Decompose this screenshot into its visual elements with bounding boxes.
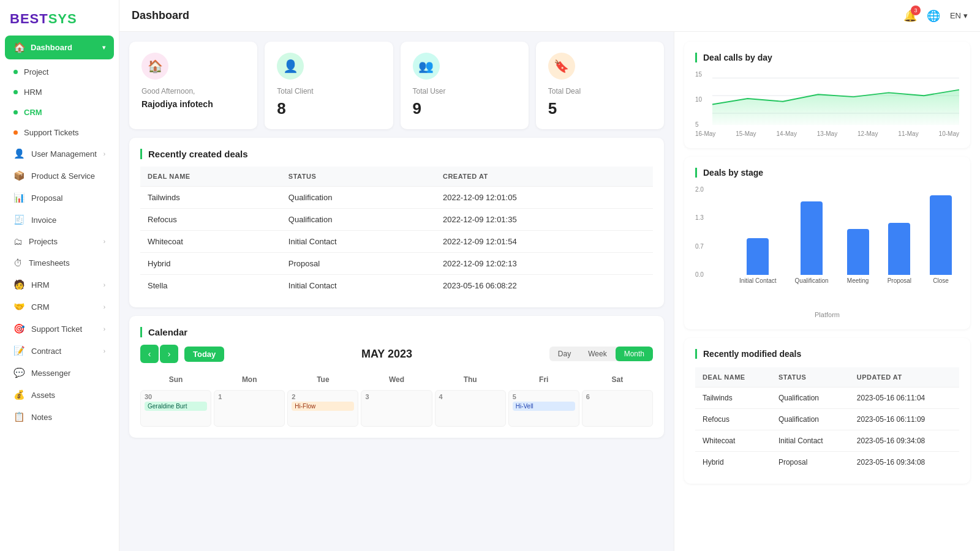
table-row: Refocus Qualification 2022-12-09 12:01:3… [140, 209, 653, 231]
created-at-cell: 2022-12-09 12:01:05 [435, 187, 653, 209]
deal-name-cell: Tailwinds [140, 187, 281, 209]
total-client-label: Total Client [277, 87, 380, 96]
recently-created-deals-table: DEAL NAME STATUS CREATED AT Tailwinds Qu… [140, 167, 653, 296]
bar-meeting: Meeting [847, 229, 869, 284]
deal-name-cell: Hybrid [140, 253, 281, 275]
sidebar-item-label: User Management [31, 149, 97, 159]
updated-at-cell: 2023-05-16 09:34:08 [850, 452, 959, 473]
stat-card-total-deal: 🔖 Total Deal 5 [536, 42, 664, 129]
calendar-grid: Sun Mon Tue Wed Thu Fri Sat 30 Geraldine… [140, 372, 653, 427]
cal-cell-4[interactable]: 4 [435, 390, 506, 427]
sidebar-item-crm2[interactable]: 🤝 CRM › [4, 296, 115, 317]
recently-modified-table: DEAL NAME STATUS UPDATED AT Tailwinds Qu… [695, 367, 959, 473]
col-created-at: CREATED AT [435, 167, 653, 187]
bar-qualification: Qualification [795, 201, 829, 284]
cal-cell-3[interactable]: 3 [361, 390, 432, 427]
cal-next-button[interactable]: › [160, 345, 178, 363]
support-icon: 🎯 [13, 323, 25, 334]
sidebar-item-invoice[interactable]: 🧾 Invoice [4, 209, 115, 230]
recently-created-deals-section: Recently created deals DEAL NAME STATUS … [129, 138, 664, 307]
logo: BESTSYS [0, 0, 119, 33]
sidebar-item-notes[interactable]: 📋 Notes [4, 407, 115, 427]
user-mgmt-icon: 👤 [13, 148, 25, 159]
table-row: Hybrid Proposal 2022-12-09 12:02:13 [140, 253, 653, 275]
cal-cell-30[interactable]: 30 Geraldine Burt [140, 390, 211, 427]
cal-day-button[interactable]: Day [549, 347, 579, 361]
sidebar-item-contract[interactable]: 📝 Contract › [4, 340, 115, 361]
sidebar-item-project[interactable]: Project [4, 62, 115, 81]
center-panel: 🏠 Good Afternoon, Rajodiya infotech 👤 To… [119, 32, 674, 551]
sidebar-item-support-tickets[interactable]: Support Tickets [4, 123, 115, 142]
cal-cell-1[interactable]: 1 [214, 390, 285, 427]
cal-week-button[interactable]: Week [579, 347, 615, 361]
sidebar-item-user-management[interactable]: 👤 User Management › [4, 143, 115, 164]
bar [747, 238, 769, 275]
sidebar-item-support-ticket[interactable]: 🎯 Support Ticket › [4, 318, 115, 339]
deal-name-cell: Tailwinds [695, 388, 771, 409]
bar-initial-contact: Initial Contact [739, 238, 777, 284]
cal-month-button[interactable]: Month [616, 347, 653, 361]
chevron-right-icon: › [104, 282, 105, 288]
stat-card-total-user: 👥 Total User 9 [401, 42, 529, 129]
chevron-right-icon: › [104, 304, 105, 310]
sidebar-item-hrm2[interactable]: 🧑 HRM › [4, 274, 115, 295]
deal-name-cell: Stella [140, 275, 281, 297]
cal-header-thu: Thu [435, 372, 506, 388]
cal-cell-6[interactable]: 6 [582, 390, 653, 427]
cal-cell-2[interactable]: 2 Hi-Flow [287, 390, 358, 427]
sidebar-item-label: Notes [31, 413, 52, 422]
sidebar-item-hrm[interactable]: HRM [4, 83, 115, 102]
main-panel: Dashboard 🔔 3 🌐 EN ▾ 🏠 Good Afternoon, R… [119, 0, 980, 551]
cal-event: Hi-Flow [292, 402, 354, 411]
cal-header-mon: Mon [214, 372, 285, 388]
sidebar-item-timesheets[interactable]: ⏱ Timesheets [4, 253, 115, 273]
sidebar-item-label: Assets [31, 391, 55, 400]
col-status: STATUS [281, 167, 435, 187]
sidebar-item-dashboard[interactable]: 🏠 Dashboard ▾ [5, 36, 114, 59]
table-row: Whitecoat Initial Contact 2022-12-09 12:… [140, 231, 653, 253]
sidebar-item-assets[interactable]: 💰 Assets [4, 384, 115, 405]
sidebar-item-crm[interactable]: CRM [4, 103, 115, 122]
sidebar-item-messenger[interactable]: 💬 Messenger [4, 362, 115, 383]
calendar-section: Calendar ‹ › Today MAY 2023 Day Week Mon… [129, 316, 664, 438]
hrm-icon: 🧑 [13, 279, 25, 290]
today-button[interactable]: Today [184, 347, 224, 362]
chevron-down-icon: ▾ [963, 11, 968, 20]
bar [801, 201, 823, 275]
total-user-label: Total User [413, 87, 516, 96]
cal-cell-5[interactable]: 5 Hi-Vell [508, 390, 579, 427]
sidebar-item-product-service[interactable]: 📦 Product & Service [4, 165, 115, 186]
notification-bell[interactable]: 🔔 3 [903, 9, 917, 23]
sidebar-item-label: Proposal [31, 193, 62, 203]
deal-name-cell: Whitecoat [695, 430, 771, 452]
home-icon: 🏠 [141, 53, 168, 80]
calendar-title: Calendar [140, 327, 653, 337]
sidebar-item-proposal[interactable]: 📊 Proposal [4, 187, 115, 208]
globe-icon[interactable]: 🌐 [927, 9, 940, 23]
table-row: Whitecoat Initial Contact 2023-05-16 09:… [695, 430, 959, 452]
status-cell: Qualification [281, 187, 435, 209]
timesheets-icon: ⏱ [13, 258, 23, 268]
y-axis-stage-labels: 2.0 1.3 0.7 0.0 [695, 186, 704, 290]
client-icon: 👤 [277, 53, 304, 80]
sidebar-item-label: Product & Service [31, 171, 95, 181]
language-button[interactable]: EN ▾ [950, 11, 968, 20]
page-title: Dashboard [132, 9, 189, 22]
status-cell: Proposal [771, 452, 850, 473]
deal-calls-chart-section: Deal calls by day 15 10 5 [684, 42, 970, 148]
status-cell: Qualification [771, 388, 850, 409]
sidebar-item-projects[interactable]: 🗂 Projects › [4, 231, 115, 252]
cal-prev-button[interactable]: ‹ [140, 345, 159, 363]
table-row: Refocus Qualification 2023-05-16 06:11:0… [695, 409, 959, 430]
cal-header-wed: Wed [361, 372, 432, 388]
status-cell: Qualification [771, 409, 850, 430]
notes-icon: 📋 [13, 411, 25, 422]
col-rm-updated-at: UPDATED AT [850, 367, 959, 388]
created-at-cell: 2023-05-16 06:08:22 [435, 275, 653, 297]
created-at-cell: 2022-12-09 12:01:35 [435, 209, 653, 231]
sidebar-item-label: Projects [29, 237, 58, 246]
recently-modified-deals-section: Recently modified deals DEAL NAME STATUS… [684, 338, 970, 484]
recently-created-deals-title: Recently created deals [140, 149, 653, 159]
cal-header-fri: Fri [508, 372, 579, 388]
deals-by-stage-section: Deals by stage 2.0 1.3 0.7 0.0 Initial C… [684, 157, 970, 329]
